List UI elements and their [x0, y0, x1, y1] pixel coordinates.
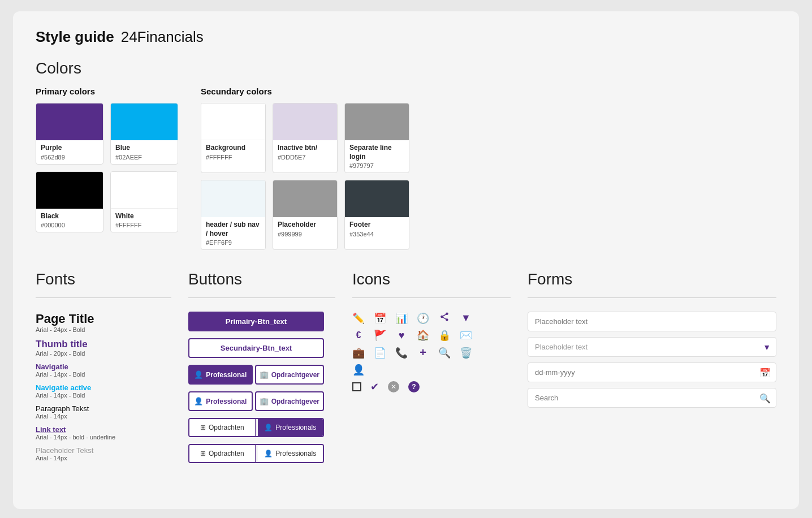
- icons-row-4: 👤: [352, 364, 511, 376]
- swatch-placeholder-hex: #999999: [278, 231, 332, 238]
- swatch-black-hex: #000000: [41, 222, 98, 228]
- tab-opdrachtgever-2[interactable]: 🏢 Opdrachtgever: [255, 391, 324, 411]
- user-icon: 👤: [194, 370, 203, 379]
- tab-professional-2[interactable]: 👤 Professional: [188, 391, 253, 411]
- font-navigatie-active-item: Navigatie active Arial - 14px - Bold: [36, 383, 171, 399]
- pencil-icon: ✏️: [352, 312, 365, 325]
- swatch-separate-hex: #979797: [349, 162, 404, 169]
- share-icon: [438, 312, 451, 325]
- primary-colors-title: Primary colors: [36, 87, 178, 96]
- primary-swatches: Purple #562d89 Blue #02AEEF: [36, 103, 178, 232]
- text-input[interactable]: [528, 312, 776, 331]
- briefcase-icon-2: 🏢: [260, 397, 269, 405]
- text-input-field: [528, 312, 776, 331]
- dropdown-arrow-icon: ▼: [460, 312, 472, 324]
- date-input[interactable]: [528, 362, 776, 382]
- tab-opdrachtgever-2-label: Opdrachtgever: [271, 398, 319, 405]
- search-wrapper: 🔍: [528, 388, 776, 408]
- secondary-colors-title: Secundary colors: [201, 87, 409, 96]
- subnav-professionals-2[interactable]: 👤 Professionals: [258, 445, 323, 462]
- subnav-grid-icon: ⊞: [200, 424, 206, 431]
- user-icon-2: 👤: [194, 397, 203, 405]
- select-input[interactable]: Placeholder text: [528, 337, 776, 357]
- heart-icon: ♥: [395, 330, 408, 342]
- header: Style guide 24Financials: [36, 28, 776, 46]
- font-link-meta: Arial - 14px - bold - underline: [36, 434, 171, 441]
- swatch-inactive-name: Inactive btn/: [278, 144, 332, 153]
- font-navigatie-meta: Arial - 14px - Bold: [36, 371, 171, 378]
- select-wrapper: Placeholder text ▼: [528, 337, 776, 357]
- font-thumb-title-label: Thumb title: [36, 339, 171, 350]
- font-paragraph-meta: Arial - 14px: [36, 413, 171, 420]
- clock-icon: 🕐: [417, 312, 429, 325]
- secondary-swatches: Background #FFFFFF Inactive btn/ #DDD5E7: [201, 103, 409, 250]
- swatch-white-name: White: [115, 212, 173, 221]
- subnav-group-1-row: ⊞ Opdrachten 👤 Professionals: [188, 418, 335, 437]
- search-icon: 🔍: [438, 347, 451, 359]
- swatch-inactive-hex: #DDD5E7: [278, 154, 332, 161]
- swatch-white: White #FFFFFF: [110, 171, 178, 233]
- subnav-professionals-1-label: Professionals: [275, 424, 316, 431]
- swatch-bg-hex: #FFFFFF: [206, 154, 261, 161]
- tab-group-1: 👤 Professional 🏢 Opdrachtgever: [188, 365, 324, 385]
- font-paragraph-item: Paragraph Tekst Arial - 14px: [36, 404, 171, 420]
- colors-groups: Primary colors Purple #562d89 Blue #0: [36, 87, 776, 250]
- colors-section-title: Colors: [36, 59, 776, 77]
- checkmark-icon: ✔: [370, 381, 379, 393]
- swatch-separate: Separate line login #979797: [344, 103, 409, 173]
- font-link-label: Link text: [36, 425, 171, 434]
- subnav-user-icon: 👤: [264, 424, 273, 431]
- subnav-opdrachten-2-label: Opdrachten: [209, 450, 244, 457]
- flag-icon: 🚩: [374, 329, 386, 342]
- bottom-sections: Fonts Page Title Arial - 24px - Bold Thu…: [36, 270, 776, 470]
- swatch-bg-name: Background: [206, 144, 261, 153]
- calendar-icon: 📅: [374, 312, 386, 325]
- font-page-title-meta: Arial - 24px - Bold: [36, 326, 171, 333]
- secondary-colors-group: Secundary colors Background #FFFFFF Inac…: [201, 87, 409, 250]
- colors-section: Colors Primary colors Purple #562d89: [36, 59, 776, 250]
- swatch-inactive: Inactive btn/ #DDD5E7: [273, 103, 338, 173]
- icons-section: Icons ✏️ 📅 📊 🕐 ▼ € 🚩 ♥: [352, 270, 511, 470]
- forms-section-title: Forms: [528, 270, 776, 288]
- buttons-section: Buttons Primairy-Btn_text Secundairy-Btn…: [188, 270, 335, 470]
- font-placeholder-item: Placeholder Tekst Arial - 14px: [36, 446, 171, 461]
- swatch-purple-name: Purple: [41, 144, 98, 153]
- search-input[interactable]: [528, 388, 776, 408]
- subnav-professionals-1-active[interactable]: 👤 Professionals: [258, 419, 323, 436]
- font-thumb-title-meta: Arial - 20px - Bold: [36, 350, 171, 357]
- barchart-icon: 📊: [395, 312, 408, 325]
- primary-button[interactable]: Primairy-Btn_text: [188, 312, 324, 331]
- fonts-section-title: Fonts: [36, 270, 171, 288]
- icons-row-5: ✔ ✕ ?: [352, 381, 511, 393]
- icons-row-2: € 🚩 ♥ 🏠 🔒 ✉️: [352, 329, 511, 342]
- font-navigatie-active-label: Navigatie active: [36, 383, 171, 392]
- swatch-purple: Purple #562d89: [36, 103, 103, 165]
- select-field: Placeholder text ▼: [528, 337, 776, 357]
- font-placeholder-label: Placeholder Tekst: [36, 446, 171, 455]
- font-navigatie-item: Navigatie Arial - 14px - Bold: [36, 362, 171, 378]
- tab-professional-active[interactable]: 👤 Professional: [188, 365, 253, 385]
- tab-professional-2-label: Professional: [206, 398, 247, 405]
- subnav-opdrachten-2[interactable]: ⊞ Opdrachten: [189, 445, 256, 462]
- subnav-group-2-row: ⊞ Opdrachten 👤 Professionals: [188, 444, 335, 463]
- trash-icon: 🗑️: [460, 347, 472, 359]
- secondary-button[interactable]: Secundairy-Btn_text: [188, 338, 324, 358]
- icons-row-1: ✏️ 📅 📊 🕐 ▼: [352, 312, 511, 325]
- swatch-placeholder: Placeholder #999999: [273, 180, 338, 250]
- lock-icon: 🔒: [438, 329, 451, 342]
- tab-opdrachtgever-inactive[interactable]: 🏢 Opdrachtgever: [255, 365, 324, 385]
- swatch-purple-hex: #562d89: [41, 154, 98, 161]
- font-navigatie-label: Navigatie: [36, 362, 171, 371]
- fonts-section: Fonts Page Title Arial - 24px - Bold Thu…: [36, 270, 171, 470]
- header-title-light: 24Financials: [121, 28, 204, 46]
- subnav-group-1: ⊞ Opdrachten 👤 Professionals: [188, 418, 324, 437]
- swatch-background: Background #FFFFFF: [201, 103, 266, 173]
- icons-row-3: 💼 📄 📞 + 🔍 🗑️: [352, 346, 511, 359]
- swatch-header-hex: #EFF6F9: [206, 239, 261, 246]
- swatch-white-hex: #FFFFFF: [115, 222, 173, 228]
- swatch-blue-name: Blue: [115, 144, 173, 153]
- subnav-opdrachten-1[interactable]: ⊞ Opdrachten: [189, 419, 256, 436]
- search-field: 🔍: [528, 388, 776, 408]
- page-container: Style guide 24Financials Colors Primary …: [13, 11, 799, 509]
- icons-grid: ✏️ 📅 📊 🕐 ▼ € 🚩 ♥ 🏠 🔒 ✉️: [352, 312, 511, 393]
